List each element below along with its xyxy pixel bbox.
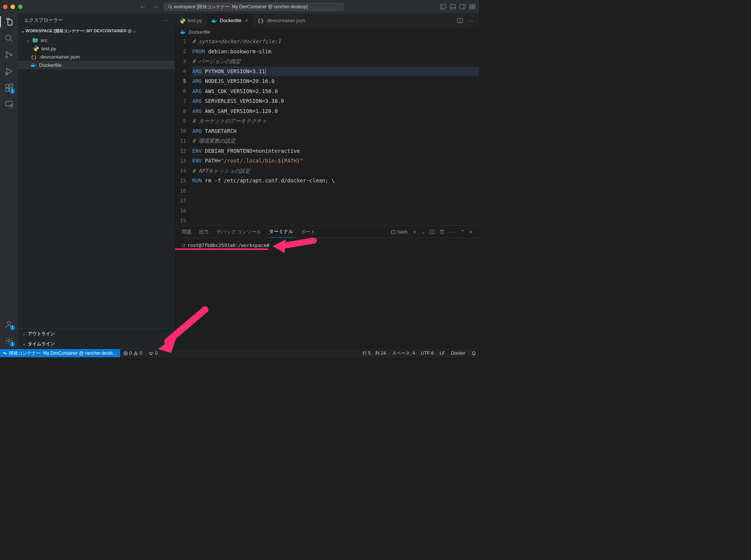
- panel-close-icon[interactable]: ×: [469, 229, 472, 235]
- panel-tab-debug-console[interactable]: デバッグ コンソール: [216, 229, 261, 238]
- tree-label: .devcontainer.json: [39, 54, 80, 60]
- svg-rect-38: [214, 19, 215, 20]
- status-lang[interactable]: Docker: [448, 350, 468, 357]
- svg-rect-23: [6, 101, 12, 106]
- terminal-body[interactable]: root@7fb8bc2593a0:/workspace#: [175, 238, 479, 349]
- account-badge: 1: [10, 325, 15, 330]
- search-activity-icon[interactable]: [5, 34, 14, 43]
- tree-file-testpy[interactable]: test.py: [18, 44, 175, 53]
- tree-label: test.py: [41, 46, 56, 51]
- bottom-panel: 問題 出力 デバッグ コンソール ターミナル ポート bash ＋ ⌄ ··· …: [175, 225, 479, 349]
- workspace-label: WORKSPACE [開発コンテナー: MY DEVCONTAINER @ ..…: [26, 28, 136, 34]
- command-center-search[interactable]: workspace [開発コンテナー: My DevContainer @ ra…: [164, 3, 344, 11]
- shell-label: bash: [397, 229, 407, 235]
- svg-rect-33: [33, 63, 34, 64]
- svg-rect-41: [181, 32, 181, 32]
- status-eol[interactable]: LF: [437, 350, 448, 357]
- svg-rect-43: [183, 32, 184, 32]
- window-controls: [3, 5, 23, 9]
- panel-tab-terminal[interactable]: ターミナル: [269, 229, 293, 238]
- layout-right-icon[interactable]: [460, 4, 466, 10]
- layout-customize-icon[interactable]: [469, 4, 475, 10]
- tree-file-devcontainer[interactable]: { } .devcontainer.json: [18, 53, 175, 61]
- svg-rect-30: [32, 65, 33, 65]
- search-text: workspace [開発コンテナー: My DevContainer @ ra…: [174, 4, 308, 10]
- tab-more-icon[interactable]: ···: [467, 17, 475, 24]
- source-control-icon[interactable]: [5, 50, 14, 59]
- panel-tab-ports[interactable]: ポート: [301, 229, 315, 238]
- remote-explorer-icon[interactable]: [5, 100, 14, 109]
- tab-testpy[interactable]: test.py: [175, 14, 207, 27]
- terminal-shell-icon[interactable]: bash: [391, 229, 407, 235]
- maximize-window[interactable]: [18, 5, 23, 9]
- svg-rect-19: [6, 84, 9, 87]
- sidebar-more-icon[interactable]: ···: [163, 17, 169, 23]
- error-count: 0: [130, 351, 132, 356]
- status-spaces[interactable]: スペース: 4: [389, 350, 418, 357]
- trash-icon[interactable]: [439, 229, 445, 235]
- timeline-section[interactable]: › タイムライン: [18, 339, 175, 349]
- svg-point-55: [151, 354, 152, 355]
- minimize-window[interactable]: [11, 5, 15, 9]
- breadcrumb[interactable]: Dockerfile: [175, 27, 479, 36]
- svg-rect-46: [392, 230, 395, 233]
- tab-devcontainer[interactable]: { } .devcontainer.json: [253, 14, 310, 27]
- svg-rect-32: [32, 63, 33, 64]
- panel-tab-output[interactable]: 出力: [199, 229, 209, 238]
- sidebar: エクスプローラー ··· ⌄ WORKSPACE [開発コンテナー: MY DE…: [18, 14, 175, 349]
- status-errors[interactable]: 0 0: [120, 351, 145, 356]
- status-ports[interactable]: 0: [145, 351, 161, 356]
- split-terminal-icon[interactable]: [430, 229, 435, 235]
- svg-point-24: [10, 105, 13, 108]
- nav-forward-icon[interactable]: →: [152, 3, 158, 11]
- folder-open-icon: [32, 37, 38, 43]
- titlebar: ← → workspace [開発コンテナー: My DevContainer …: [0, 0, 479, 14]
- warning-count: 0: [140, 351, 142, 356]
- extensions-icon[interactable]: 1: [5, 83, 14, 92]
- split-editor-icon[interactable]: [457, 18, 463, 24]
- close-icon[interactable]: ×: [245, 18, 248, 24]
- panel-tab-problems[interactable]: 問題: [182, 229, 192, 238]
- remote-indicator[interactable]: 開発コンテナー: My DevContainer @ rancher-deskt…: [0, 349, 120, 357]
- svg-line-13: [10, 39, 12, 41]
- close-window[interactable]: [3, 5, 8, 9]
- python-icon: [33, 45, 39, 51]
- terminal-prompt: root@7fb8bc2593a0:/workspace#: [187, 242, 269, 248]
- svg-rect-31: [33, 65, 34, 65]
- code-editor[interactable]: 12345678910111213141516171819 # syntax=d…: [175, 36, 479, 225]
- layout-bottom-icon[interactable]: [450, 4, 456, 10]
- status-encoding[interactable]: UTF-8: [418, 350, 437, 357]
- panel-maximize-icon[interactable]: ⌃: [460, 229, 465, 235]
- breadcrumb-label: Dockerfile: [189, 29, 210, 35]
- json-icon: { }: [31, 54, 37, 60]
- status-ln-col[interactable]: 行 5、列 24: [359, 350, 389, 357]
- chevron-down-icon: ⌄: [20, 29, 25, 33]
- json-icon: { }: [258, 18, 264, 24]
- new-terminal-icon[interactable]: ＋: [412, 229, 417, 235]
- svg-point-16: [11, 54, 12, 56]
- account-icon[interactable]: 1: [5, 320, 14, 329]
- status-bell-icon[interactable]: [468, 350, 479, 357]
- terminal-chevron-down-icon[interactable]: ⌄: [422, 230, 425, 235]
- nav-back-icon[interactable]: ←: [140, 3, 146, 11]
- svg-rect-2: [440, 5, 446, 9]
- svg-rect-36: [214, 20, 215, 21]
- run-debug-icon[interactable]: [5, 67, 14, 76]
- tree-folder-src[interactable]: ⌄ src: [18, 36, 175, 44]
- outline-section[interactable]: › アウトライン: [18, 329, 175, 339]
- workspace-section-header[interactable]: ⌄ WORKSPACE [開発コンテナー: MY DEVCONTAINER @ …: [18, 27, 175, 35]
- tab-dockerfile[interactable]: Dockerfile ×: [207, 14, 253, 27]
- timeline-label: タイムライン: [28, 341, 55, 347]
- svg-rect-6: [460, 5, 465, 9]
- tab-label: .devcontainer.json: [266, 18, 305, 23]
- layout-left-icon[interactable]: [440, 4, 446, 10]
- search-icon: [168, 5, 172, 9]
- docker-icon: [180, 29, 186, 35]
- tree-file-dockerfile[interactable]: Dockerfile: [18, 61, 175, 69]
- explorer-icon[interactable]: [5, 17, 14, 26]
- sidebar-title: エクスプローラー: [24, 17, 63, 24]
- svg-rect-22: [10, 84, 13, 87]
- panel-more-icon[interactable]: ···: [449, 229, 456, 235]
- gear-icon[interactable]: 1: [5, 336, 14, 345]
- svg-point-0: [169, 5, 172, 8]
